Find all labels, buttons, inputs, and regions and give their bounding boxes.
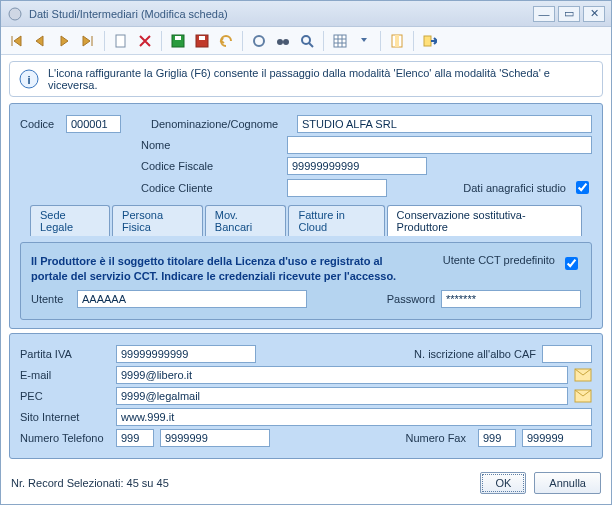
iscrizione-field[interactable]	[542, 345, 592, 363]
save-icon[interactable]	[167, 30, 189, 52]
grid-icon[interactable]	[329, 30, 351, 52]
bottom-panel: Partita IVA N. iscrizione all'albo CAF E…	[9, 333, 603, 459]
fax-prefisso-field[interactable]	[478, 429, 516, 447]
predefinito-label: Utente CCT predefinito	[443, 254, 555, 266]
tab-sede-legale[interactable]: Sede Legale	[30, 205, 110, 236]
info-bar: i L'icona raffigurante la Griglia (F6) c…	[9, 61, 603, 97]
window: Dati Studi/Intermediari (Modifica scheda…	[0, 0, 612, 505]
svg-point-7	[277, 39, 283, 45]
sito-field[interactable]	[116, 408, 592, 426]
codice-field[interactable]	[66, 115, 121, 133]
select-column-icon[interactable]	[386, 30, 408, 52]
tab-mov-bancari[interactable]: Mov. Bancari	[205, 205, 287, 236]
svg-rect-11	[334, 35, 346, 47]
tab-strip: Sede Legale Persona Fisica Mov. Bancari …	[30, 205, 582, 236]
separator	[323, 31, 324, 51]
next-record-icon[interactable]	[53, 30, 75, 52]
email-field[interactable]	[116, 366, 568, 384]
prev-record-icon[interactable]	[29, 30, 51, 52]
password-field[interactable]	[441, 290, 581, 308]
svg-rect-5	[199, 36, 205, 40]
svg-line-10	[309, 43, 313, 47]
info-text: L'icona raffigurante la Griglia (F6) con…	[48, 67, 594, 91]
tab-persona-fisica[interactable]: Persona Fisica	[112, 205, 203, 236]
piva-label: Partita IVA	[20, 348, 110, 360]
telefono-label: Numero Telefono	[20, 432, 110, 444]
separator	[242, 31, 243, 51]
cf-field[interactable]	[287, 157, 427, 175]
svg-rect-18	[424, 36, 431, 46]
save-red-icon[interactable]	[191, 30, 213, 52]
arrow-down-icon[interactable]	[353, 30, 375, 52]
svg-rect-3	[175, 36, 181, 40]
svg-point-6	[254, 36, 264, 46]
codcli-field[interactable]	[287, 179, 387, 197]
predefinito-checkbox[interactable]	[565, 257, 578, 270]
anagrafici-label: Dati anagrafici studio	[463, 182, 566, 194]
svg-rect-17	[395, 35, 399, 47]
refresh-icon[interactable]	[248, 30, 270, 52]
produttore-box: Il Produttore è il soggetto titolare del…	[20, 242, 592, 320]
denominazione-field[interactable]	[297, 115, 592, 133]
pec-label: PEC	[20, 390, 110, 402]
exit-icon[interactable]	[419, 30, 441, 52]
utente-label: Utente	[31, 293, 71, 305]
tab-conservazione[interactable]: Conservazione sostitutiva-Produttore	[387, 205, 582, 236]
nome-label: Nome	[141, 139, 281, 151]
utente-field[interactable]	[77, 290, 307, 308]
tab-fatture-cloud[interactable]: Fatture in Cloud	[288, 205, 384, 236]
maximize-button[interactable]: ▭	[558, 6, 580, 22]
telefono-numero-field[interactable]	[160, 429, 270, 447]
first-record-icon[interactable]	[5, 30, 27, 52]
footer: Nr. Record Selezionati: 45 su 45 OK Annu…	[1, 466, 611, 504]
svg-point-8	[283, 39, 289, 45]
titlebar: Dati Studi/Intermediari (Modifica scheda…	[1, 1, 611, 27]
pec-field[interactable]	[116, 387, 568, 405]
delete-icon[interactable]	[134, 30, 156, 52]
cf-label: Codice Fiscale	[141, 160, 281, 172]
separator	[380, 31, 381, 51]
search-icon[interactable]	[296, 30, 318, 52]
svg-point-9	[302, 36, 310, 44]
codcli-label: Codice Cliente	[141, 182, 281, 194]
app-icon	[7, 6, 23, 22]
nome-field[interactable]	[287, 136, 592, 154]
iscrizione-label: N. iscrizione all'albo CAF	[414, 348, 536, 360]
new-icon[interactable]	[110, 30, 132, 52]
password-label: Password	[387, 293, 435, 305]
ok-button[interactable]: OK	[480, 472, 526, 494]
undo-icon[interactable]	[215, 30, 237, 52]
minimize-button[interactable]: —	[533, 6, 555, 22]
denominazione-label: Denominazione/Cognome	[151, 118, 291, 130]
telefono-prefisso-field[interactable]	[116, 429, 154, 447]
email-label: E-mail	[20, 369, 110, 381]
close-button[interactable]: ✕	[583, 6, 605, 22]
fax-label: Numero Fax	[405, 432, 466, 444]
piva-field[interactable]	[116, 345, 256, 363]
svg-point-0	[9, 8, 21, 20]
sito-label: Sito Internet	[20, 411, 110, 423]
produttore-message: Il Produttore è il soggetto titolare del…	[31, 254, 411, 284]
svg-text:i: i	[27, 74, 30, 86]
mail-icon[interactable]	[574, 389, 592, 403]
mail-icon[interactable]	[574, 368, 592, 382]
codice-label: Codice	[20, 118, 60, 130]
window-title: Dati Studi/Intermediari (Modifica scheda…	[29, 8, 530, 20]
separator	[413, 31, 414, 51]
last-record-icon[interactable]	[77, 30, 99, 52]
annulla-button[interactable]: Annulla	[534, 472, 601, 494]
toolbar	[1, 27, 611, 55]
info-icon: i	[18, 68, 40, 90]
svg-rect-1	[116, 35, 125, 47]
top-panel: Codice Denominazione/Cognome Nome Codice…	[9, 103, 603, 329]
separator	[161, 31, 162, 51]
record-count: Nr. Record Selezionati: 45 su 45	[11, 477, 169, 489]
fax-numero-field[interactable]	[522, 429, 592, 447]
binoculars-icon[interactable]	[272, 30, 294, 52]
anagrafici-checkbox[interactable]	[576, 181, 589, 194]
separator	[104, 31, 105, 51]
